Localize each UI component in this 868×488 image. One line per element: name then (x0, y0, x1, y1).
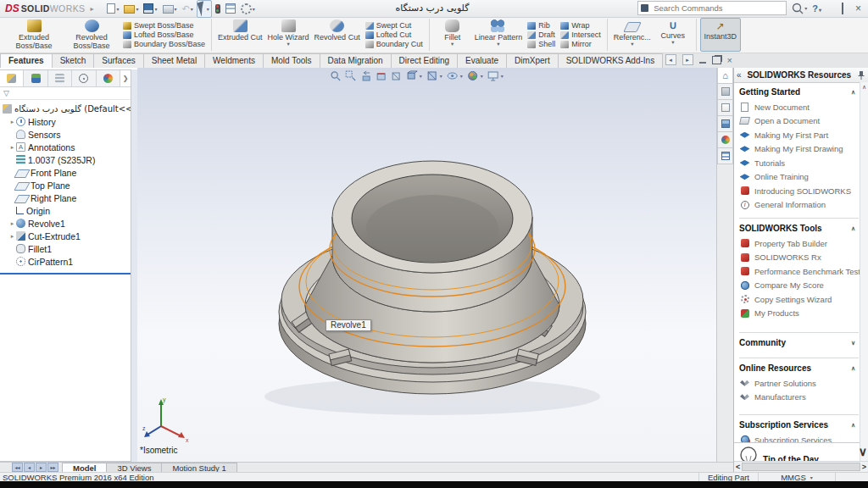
view-orientation-icon[interactable]: ▾ (406, 70, 422, 81)
shell-button[interactable]: Shell (527, 40, 555, 48)
pin-icon[interactable] (857, 70, 865, 80)
dock-right-icon[interactable]: ▸ (682, 54, 693, 65)
link-open-a-document[interactable]: Open a Document (739, 114, 860, 129)
linear-pattern-button[interactable]: Linear Pattern ▾ (472, 18, 526, 52)
tree-item-part[interactable]: گلویی درب دستگاه (Default<<Default> (0, 103, 131, 115)
tree-item-right-plane[interactable]: Right Plane (0, 191, 131, 204)
boundary-boss-base-button[interactable]: Boundary Boss/Base (123, 40, 205, 48)
section-getting-started[interactable]: Getting Started ∧ (739, 86, 859, 97)
boundary-cut-button[interactable]: Boundary Cut (365, 40, 423, 48)
tab-direct-editing[interactable]: Direct Editing (391, 53, 458, 68)
lofted-cut-button[interactable]: Lofted Cut (365, 30, 423, 39)
3d-views-tab[interactable]: 3D Views (106, 463, 162, 472)
undo-button[interactable]: ↶▾ (181, 3, 195, 14)
linear-pattern-caret-icon[interactable]: ▾ (497, 42, 499, 47)
propertymanager-tab[interactable] (24, 70, 47, 86)
tab-sheet-metal[interactable]: Sheet Metal (143, 53, 205, 68)
doc-restore-icon[interactable] (712, 56, 721, 64)
link-general-information[interactable]: iGeneral Information (739, 198, 860, 213)
link-my-products[interactable]: My Products (739, 307, 860, 321)
extruded-boss-base-button[interactable]: Extruded Boss/Base (5, 18, 63, 52)
dimxpertmanager-tab[interactable] (72, 70, 96, 86)
close-button[interactable]: × (852, 2, 865, 15)
tree-item-material[interactable]: 1.0037 (S235JR) (0, 153, 131, 166)
tab-features[interactable]: Features (0, 53, 53, 68)
tab-dimxpert[interactable]: DimXpert (506, 53, 559, 68)
graphics-viewport[interactable]: ▾ ▾ ▾ ▾ ▾ Revolve1 y x z *Isometric (137, 68, 716, 462)
restore-button[interactable] (838, 2, 847, 15)
link-compare-my-score[interactable]: Compare My Score (739, 279, 860, 293)
tree-item-top-plane[interactable]: Top Plane (0, 179, 131, 191)
intersect-button[interactable]: Intersect (560, 30, 601, 39)
link-manufacturers[interactable]: Manufacturers (739, 391, 860, 405)
units-selector[interactable]: MMGS ▾ (758, 473, 835, 481)
draft-button[interactable]: Draft (527, 30, 555, 39)
expand-arrow-icon[interactable]: ▸ (8, 144, 16, 151)
search-commands-box[interactable] (637, 1, 787, 15)
search-commands-input[interactable] (652, 3, 783, 14)
rib-button[interactable]: Rib (527, 21, 555, 30)
rollback-bar[interactable] (0, 273, 131, 274)
hole-wizard-caret-icon[interactable]: ▾ (287, 42, 289, 47)
section-solidworks-tools[interactable]: SOLIDWORKS Tools ∧ (739, 218, 859, 233)
new-document-button[interactable]: ▾ (105, 3, 120, 14)
tab-sketch[interactable]: Sketch (52, 53, 95, 68)
tree-item-fillet1[interactable]: Fillet1 (0, 242, 131, 255)
solidworks-resources-tab[interactable]: ⌂ (717, 68, 733, 84)
dynamic-annotation-icon[interactable] (391, 70, 402, 81)
tree-item-cirpattern1[interactable]: CirPattern1 (0, 255, 131, 268)
display-style-icon[interactable]: ▾ (426, 70, 442, 81)
tab-surfaces[interactable]: Surfaces (93, 53, 143, 68)
tree-item-annotations[interactable]: ▸ A Annotations (0, 141, 131, 153)
link-solidworks-rx[interactable]: SOLIDWORKS Rx (739, 251, 860, 265)
model-tab[interactable]: Model (62, 463, 107, 472)
scroll-right-icon[interactable]: > (862, 463, 866, 471)
zoom-to-area-icon[interactable] (345, 70, 356, 81)
part-model[interactable] (137, 68, 716, 462)
tab-solidworks-add-ins[interactable]: SOLIDWORKS Add-Ins (558, 53, 663, 68)
tab-weldments[interactable]: Weldments (204, 53, 264, 68)
prev-tab-icon[interactable]: ◂ (24, 463, 35, 472)
hscroll-thumb[interactable] (742, 463, 860, 471)
rebuild-button[interactable] (214, 3, 222, 14)
tree-item-front-plane[interactable]: Front Plane (0, 166, 131, 179)
fillet-caret-icon[interactable]: ▾ (451, 42, 453, 47)
featuremanager-tree-tab[interactable] (0, 70, 24, 86)
dock-left-icon[interactable]: ◂ (665, 54, 676, 65)
open-button[interactable]: ▾ (122, 3, 140, 14)
section-subscription-services[interactable]: Subscription Services ∧ (739, 414, 859, 430)
doc-minimize-icon[interactable] (699, 62, 706, 64)
link-performance-benchmark-test[interactable]: Performance Benchmark Test (739, 264, 860, 279)
custom-properties-tab[interactable] (717, 148, 733, 164)
tree-item-history[interactable]: ▸ History (0, 115, 131, 128)
file-explorer-tab[interactable] (717, 100, 733, 116)
tab-mold-tools[interactable]: Mold Tools (263, 53, 320, 68)
instant3d-button[interactable]: ↗ Instant3D (700, 18, 741, 52)
swept-boss-base-button[interactable]: Swept Boss/Base (123, 21, 205, 30)
link-new-document[interactable]: New Document (739, 100, 860, 114)
tab-evaluate[interactable]: Evaluate (457, 53, 507, 68)
task-pane-scrollbar[interactable]: ∧ (860, 82, 868, 461)
tab-data-migration[interactable]: Data Migration (320, 53, 392, 68)
save-button[interactable]: ▾ (142, 3, 159, 14)
wrap-button[interactable]: Wrap (560, 21, 601, 30)
expand-arrow-icon[interactable]: ▸ (8, 220, 16, 227)
file-properties-button[interactable] (224, 3, 237, 14)
doc-close-icon[interactable]: × (727, 55, 732, 65)
edit-appearance-icon[interactable]: ▾ (467, 70, 483, 81)
scroll-left-icon[interactable]: < (736, 463, 740, 471)
collapse-chevron-icon[interactable]: ∧ (851, 422, 855, 429)
view-settings-icon[interactable]: ▾ (487, 70, 504, 81)
zoom-to-fit-icon[interactable] (330, 70, 341, 81)
toolbar-expand-arrow-icon[interactable]: ▸ (90, 5, 93, 13)
link-tutorials[interactable]: Tutorials (739, 156, 860, 170)
collapse-chevron-icon[interactable]: ∧ (851, 89, 855, 96)
first-tab-icon[interactable]: ◂◂ (12, 463, 23, 472)
search-scope-icon[interactable] (641, 4, 648, 12)
tree-item-cut-extrude1[interactable]: ▸ Cut-Extrude1 (0, 230, 131, 242)
curves-button[interactable]: ∪ Curves ▾ (654, 18, 693, 52)
hide-show-items-icon[interactable]: ▾ (447, 70, 463, 81)
expand-arrow-icon[interactable]: ▸ (8, 233, 16, 240)
link-copy-settings-wizard[interactable]: Copy Settings Wizard (739, 292, 860, 307)
filter-funnel-icon[interactable]: ▽ (3, 89, 9, 97)
